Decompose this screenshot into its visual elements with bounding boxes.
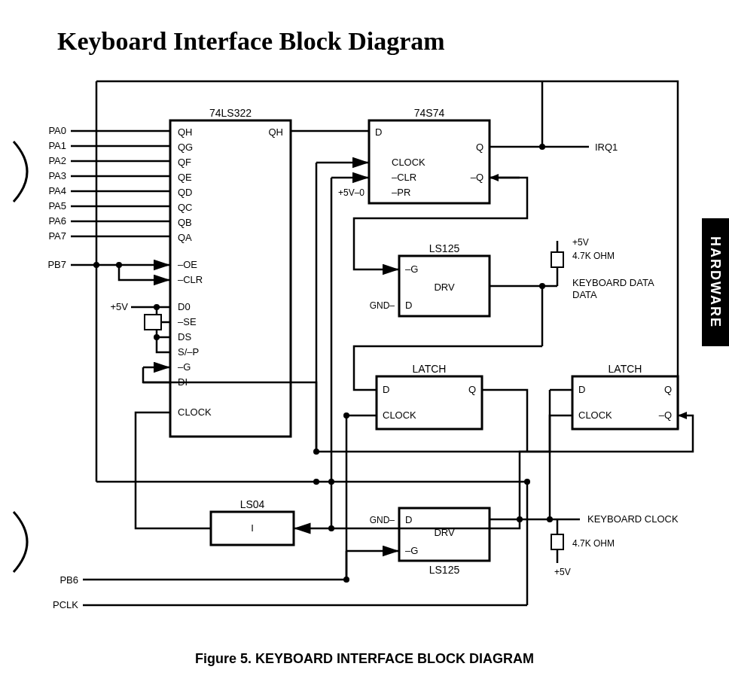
svg-point-30 xyxy=(313,479,319,485)
signal-label: PA3 xyxy=(48,170,66,181)
pin-label: D xyxy=(375,126,382,138)
signal-label: PA6 xyxy=(48,215,66,227)
signal-label: PB6 xyxy=(59,574,78,586)
pin-label: Q xyxy=(468,384,476,395)
signal-label: PB7 xyxy=(47,259,66,270)
signal-label: PCLK xyxy=(53,599,78,610)
svg-point-10 xyxy=(116,262,122,268)
pin-label: D xyxy=(383,384,389,395)
chip-label: LS04 xyxy=(240,498,265,510)
pin-label: CLOCK xyxy=(578,409,612,421)
svg-point-43 xyxy=(524,479,530,485)
signal-label: KEYBOARD CLOCK xyxy=(587,513,679,525)
signal-label: PA7 xyxy=(48,230,66,242)
signal-label: +5V xyxy=(572,237,589,248)
svg-marker-22 xyxy=(490,174,499,181)
signal-label: GND– xyxy=(370,515,395,525)
signal-label: KEYBOARD DATA xyxy=(572,277,654,288)
pin-label: DRV xyxy=(434,282,455,293)
signal-label: +5V xyxy=(111,301,129,312)
svg-marker-28 xyxy=(678,412,687,419)
signal-label: PA4 xyxy=(48,185,66,196)
svg-rect-17 xyxy=(145,315,161,330)
arc-icon xyxy=(14,142,27,202)
signal-label: PA1 xyxy=(48,140,66,151)
pin-label: QA xyxy=(178,232,192,243)
pin-label: QD xyxy=(178,187,193,198)
pin-label: CLOCK xyxy=(383,409,416,421)
block-diagram: 74LS322 QH QG QF QE QD QC QB QA –OE –CLR… xyxy=(0,0,729,700)
pin-label: CLOCK xyxy=(392,157,426,168)
signal-label: 4.7K OHM xyxy=(572,538,615,549)
pin-label: QH xyxy=(178,126,193,138)
signal-label: +5V xyxy=(554,567,571,577)
signal-label: GND– xyxy=(370,300,395,311)
signal-label: PA5 xyxy=(48,200,66,212)
chip-label: LS125 xyxy=(429,564,460,576)
pin-label: D xyxy=(405,300,412,311)
signal-label: PA2 xyxy=(48,155,66,166)
pin-label: –CLR xyxy=(178,274,203,285)
svg-rect-36 xyxy=(551,534,563,549)
signal-label: +5V–0 xyxy=(338,187,364,198)
pin-label: –SE xyxy=(178,316,197,327)
pin-label: QC xyxy=(178,202,193,213)
pin-label: D xyxy=(578,384,585,395)
pin-label: D0 xyxy=(178,301,191,312)
chip-74s74 xyxy=(369,120,490,203)
pin-label: –G xyxy=(405,545,418,556)
pin-label: QF xyxy=(178,157,191,168)
pin-label: –G xyxy=(178,361,191,373)
chip-label: 74S74 xyxy=(414,107,445,119)
pin-label: Q xyxy=(476,142,483,153)
pin-label: QH xyxy=(269,126,284,138)
pin-label: QE xyxy=(178,172,192,183)
pin-label: Q xyxy=(664,384,672,395)
svg-point-41 xyxy=(343,412,349,418)
pin-label: QB xyxy=(178,217,192,228)
pin-label: –CLR xyxy=(392,172,416,183)
svg-point-9 xyxy=(93,262,99,268)
pin-label: –Q xyxy=(471,172,483,183)
signal-label: IRQ1 xyxy=(595,142,618,153)
chip-label: 74LS322 xyxy=(209,107,252,119)
signal-label: DATA xyxy=(572,289,597,300)
chip-label: LATCH xyxy=(609,363,642,375)
signal-label: PA0 xyxy=(48,125,66,136)
pin-label: –G xyxy=(405,263,418,275)
pin-label: –OE xyxy=(178,259,197,270)
chip-label: LS125 xyxy=(429,242,460,254)
pin-label: CLOCK xyxy=(178,406,212,418)
pin-label: –Q xyxy=(659,409,672,421)
pin-label: D xyxy=(405,514,412,525)
chip-latch2 xyxy=(572,376,678,429)
arc-icon xyxy=(14,512,27,572)
svg-rect-26 xyxy=(551,252,563,267)
pin-label: DS xyxy=(178,331,191,342)
pin-label: S/–P xyxy=(178,346,199,358)
pin-label: I xyxy=(251,522,254,534)
pin-label: –PR xyxy=(392,187,410,198)
chip-label: LATCH xyxy=(413,363,447,375)
chip-latch1 xyxy=(377,376,482,429)
pin-label: QG xyxy=(178,142,193,153)
signal-label: 4.7K OHM xyxy=(572,251,615,261)
